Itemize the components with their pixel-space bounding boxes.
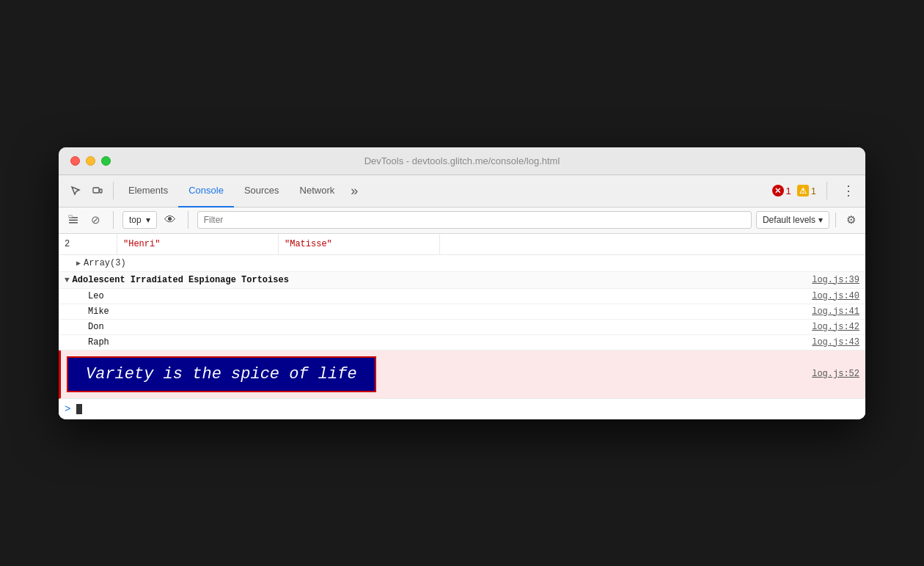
svg-rect-0 [93,188,99,193]
svg-rect-5 [69,216,73,218]
console-toolbar-sep [113,211,114,229]
log-link-0[interactable]: log.js:40 [812,291,859,301]
traffic-lights [70,156,111,166]
main-toolbar: Elements Console Sources Network » ✕ 1 ⚠… [59,175,865,207]
log-item-3: Raph log.js:43 [59,335,865,350]
group-collapse-icon: ▼ [65,276,70,284]
log-item-text-2: Don [88,322,812,332]
log-link-2[interactable]: log.js:42 [812,322,859,332]
svg-rect-4 [69,222,78,224]
tab-sources[interactable]: Sources [234,175,290,207]
table-cell-index: 2 [59,234,117,254]
array-row[interactable]: ▶ Array(3) [59,255,865,272]
tab-elements[interactable]: Elements [118,175,178,207]
log-item-1: Mike log.js:41 [59,304,865,320]
tab-console[interactable]: Console [178,175,234,207]
log-item-0: Leo log.js:40 [59,289,865,304]
log-item-text-1: Mike [88,306,812,317]
svg-rect-3 [69,220,78,221]
context-selector[interactable]: top ▾ [122,211,157,229]
table-cell-extra [440,234,865,254]
filter-input[interactable] [197,211,752,229]
log-link-1[interactable]: log.js:41 [812,306,859,317]
svg-rect-1 [100,189,102,193]
styled-log-row: Variety is the spice of life log.js:52 [59,350,865,399]
styled-log-content: Variety is the spice of life [67,356,812,392]
table-row: 2 "Henri" "Matisse" [59,234,865,255]
log-link-group[interactable]: log.js:39 [812,275,859,285]
warn-badge: ⚠ 1 [797,185,816,196]
console-toolbar: ⊘ top ▾ 👁 Default levels ▾ ⚙ [59,207,865,234]
table-cell-firstname: "Henri" [117,234,279,254]
expand-icon: ▶ [76,259,81,268]
error-badge: ✕ 1 [772,185,791,196]
toolbar-right: ✕ 1 ⚠ 1 ⋮ [772,180,859,201]
close-button[interactable] [70,156,80,166]
log-item-2: Don log.js:42 [59,320,865,335]
window-title: DevTools - devtools.glitch.me/console/lo… [364,155,560,166]
more-tabs-button[interactable]: » [345,183,364,199]
log-group-title: Adolescent Irradiated Espionage Tortoise… [73,275,813,285]
minimize-button[interactable] [86,156,95,166]
error-icon: ✕ [772,185,784,196]
filter-sep [188,211,188,229]
styled-text-box: Variety is the spice of life [67,356,376,392]
more-options-button[interactable]: ⋮ [838,180,859,201]
titlebar: DevTools - devtools.glitch.me/console/lo… [59,147,865,175]
prompt-chevron: > [65,403,70,415]
log-levels-selector[interactable]: Default levels ▾ [756,211,829,229]
maximize-button[interactable] [101,156,111,166]
toolbar-sep-right [826,182,827,199]
clear-console-button[interactable] [65,211,82,229]
eye-icon[interactable]: 👁 [161,213,179,227]
console-prompt[interactable]: > [59,399,865,419]
log-link-styled[interactable]: log.js:52 [812,369,859,379]
log-item-text-0: Leo [88,291,812,301]
log-group-header[interactable]: ▼ Adolescent Irradiated Espionage Tortoi… [59,272,865,289]
devtools-window: DevTools - devtools.glitch.me/console/lo… [59,147,865,419]
table-cell-lastname: "Matisse" [279,234,440,254]
tab-network[interactable]: Network [290,175,345,207]
block-icon-button[interactable]: ⊘ [87,211,104,229]
console-sep-2 [835,213,836,227]
log-link-3[interactable]: log.js:43 [812,337,859,348]
toolbar-separator [113,182,114,199]
settings-button[interactable]: ⚙ [842,211,859,229]
device-toolbar-button[interactable] [87,180,108,201]
styled-text: Variety is the spice of life [86,365,357,383]
prompt-cursor [76,404,82,414]
log-item-text-3: Raph [88,337,812,348]
select-element-button[interactable] [65,180,86,201]
console-content: 2 "Henri" "Matisse" ▶ Array(3) ▼ Adolesc… [59,234,865,419]
array-label: Array(3) [84,258,126,268]
warn-icon: ⚠ [797,185,809,196]
